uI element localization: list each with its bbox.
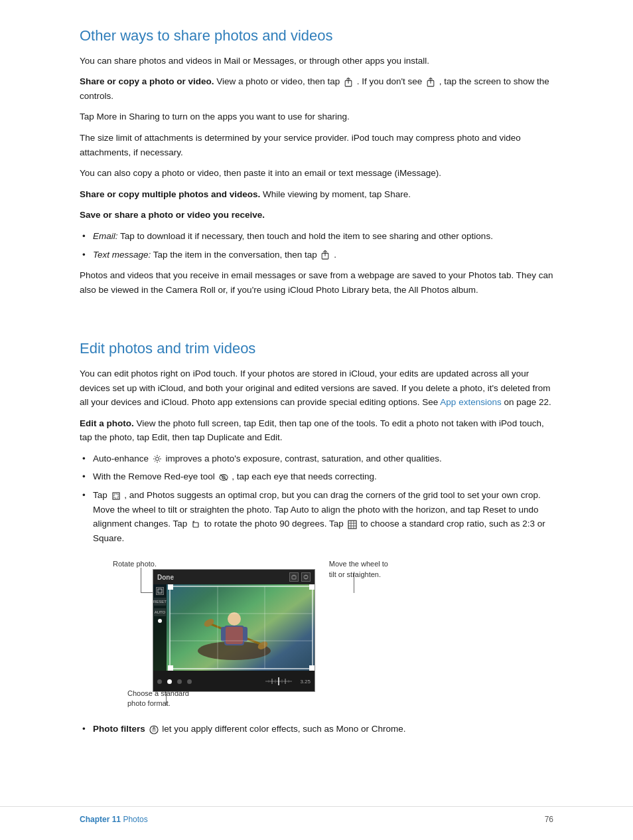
svg-rect-48 [168, 584, 173, 590]
bullet-text-message: Text message: Tap the item in the conver… [80, 248, 553, 262]
para-share-multiple: Share or copy multiple photos and videos… [80, 187, 553, 202]
person-in-boat [168, 591, 301, 664]
topbar-icon-2 [301, 572, 311, 582]
svg-line-12 [159, 456, 160, 457]
photo-edit-left-panel: RESET AUTO [153, 584, 167, 671]
app-extensions-link[interactable]: App extensions [440, 397, 501, 407]
bullet-email: Email: Tap to download it if necessary, … [80, 229, 553, 244]
footer: Chapter 11 Photos 76 [0, 806, 633, 824]
footer-page-number: 76 [545, 815, 553, 824]
para-edit-intro: You can edit photos right on iPod touch.… [80, 367, 553, 410]
tool-crop[interactable] [156, 587, 164, 595]
svg-rect-51 [309, 665, 315, 671]
bullet-crop: Tap , and Photos suggests an optimal cro… [80, 488, 553, 545]
footer-photos-link[interactable]: Photos [123, 815, 147, 824]
svg-line-13 [155, 461, 155, 462]
svg-rect-18 [113, 493, 119, 499]
dot-1 [157, 679, 162, 684]
photo-filters-label: Photo filters [93, 724, 145, 734]
svg-rect-49 [309, 584, 315, 590]
tool-auto[interactable]: AUTO [154, 608, 166, 616]
section2-title: Edit photos and trim videos [80, 339, 553, 359]
photo-edit-image-area: RESET AUTO [153, 584, 315, 671]
connector-line-rotate-h [141, 592, 154, 593]
grid-icon [348, 520, 357, 529]
page: Other ways to share photos and videos Yo… [0, 0, 633, 840]
bullet-list-section1: Email: Tap to download it if necessary, … [80, 229, 553, 262]
done-button[interactable]: Done [157, 574, 174, 581]
para-tap-more: Tap More in Sharing to turn on the apps … [80, 110, 553, 124]
svg-line-10 [155, 456, 155, 457]
image-annotation-area: Rotate photo. Move the wheel totilt or s… [113, 556, 391, 709]
annotation-rotate: Rotate photo. [113, 559, 157, 569]
para-share-copy: Share or copy a photo or video. View a p… [80, 74, 553, 103]
photo-edit-topbar: Done [153, 570, 315, 584]
share-icon-3 [320, 250, 330, 260]
section-edit-photos: Edit photos and trim videos You can edit… [80, 339, 553, 736]
tilt-wheel [265, 675, 292, 688]
svg-rect-50 [168, 665, 173, 671]
share-icon [344, 78, 353, 87]
para-edit-photo: Edit a photo. View the photo full screen… [80, 416, 553, 445]
section1-title: Other ways to share photos and videos [80, 27, 553, 46]
connector-line-wheel-v [354, 572, 354, 593]
para-save-share: Save or share a photo or video you recei… [80, 208, 553, 222]
connector-line-rotate-v [141, 568, 141, 593]
crop-icon [111, 491, 121, 501]
svg-rect-19 [114, 494, 118, 498]
bullet-red-eye: With the Remove Red-eye tool , tap each … [80, 469, 553, 484]
bullet-photo-filters: Photo filters let you apply different co… [80, 722, 553, 736]
topbar-icon-1 [289, 572, 299, 582]
para-copy-paste: You can also copy a photo or video, then… [80, 166, 553, 181]
bullet-list-section3: Photo filters let you apply different co… [80, 722, 553, 736]
auto-enhance-icon [153, 454, 162, 463]
bullet-auto-enhance: Auto-enhance improves a photo's exp [80, 452, 553, 466]
svg-point-14 [155, 458, 159, 461]
para-intro: You can share photos and videos in Mail … [80, 54, 553, 68]
tilt-value: 3.25 [300, 679, 311, 685]
para-photos-saved: Photos and videos that you receive in em… [80, 268, 553, 297]
svg-rect-42 [226, 627, 243, 644]
photo-editing-mockup: Done [153, 569, 315, 692]
topbar-icons [289, 572, 311, 582]
para-size-limit: The size limit of attachments is determi… [80, 131, 553, 159]
bold-save-share: Save or share a photo or video you recei… [80, 210, 265, 220]
bullet-email-label: Email: [93, 231, 118, 241]
red-eye-icon [219, 473, 228, 482]
svg-rect-20 [193, 523, 198, 527]
dot-4 [187, 679, 192, 684]
svg-rect-26 [292, 576, 296, 579]
dot-3 [177, 679, 182, 684]
filter-icon [149, 725, 159, 734]
dot-2 [167, 679, 172, 684]
svg-line-11 [159, 461, 160, 462]
share-icon-2 [426, 78, 435, 87]
svg-point-38 [228, 612, 241, 626]
bold-share-multiple: Share or copy multiple photos and videos… [80, 189, 260, 199]
bullet-list-section2: Auto-enhance improves a photo's exp [80, 452, 553, 546]
bold-edit-photo: Edit a photo. [80, 418, 134, 428]
tool-reset[interactable]: RESET [154, 598, 166, 606]
svg-rect-21 [348, 521, 356, 529]
footer-chapter-label: Chapter 11 [80, 815, 121, 824]
section-other-ways: Other ways to share photos and videos Yo… [80, 27, 553, 297]
rotate-icon [191, 520, 200, 529]
annotation-format: Choose a standardphoto format. [127, 689, 189, 709]
tool-dot[interactable] [158, 619, 162, 623]
svg-rect-32 [158, 589, 162, 593]
bullet-text-label: Text message: [93, 250, 151, 260]
footer-chapter: Chapter 11 Photos [80, 815, 148, 824]
section-divider [80, 318, 553, 339]
annotation-wheel: Move the wheel totilt or straighten. [329, 559, 388, 580]
bold-share-copy: Share or copy a photo or video. [80, 76, 214, 86]
